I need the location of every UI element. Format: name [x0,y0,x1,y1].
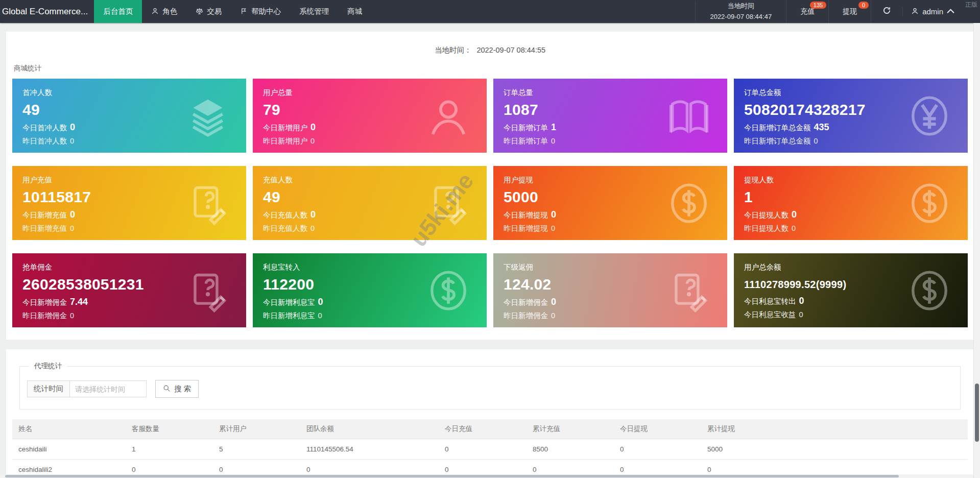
table-header-cell: 今日提现 [614,419,701,439]
stat-card-yesterday-line: 昨日新增订单0 [504,136,717,146]
menu-item-label: 商城 [347,7,362,16]
menu-item-help-center[interactable]: 帮助中心 [231,0,290,23]
layers-icon [186,94,230,138]
user-icon [426,94,470,138]
corner-watermark: 正版 [965,1,977,9]
table-cell: 8500 [527,439,614,460]
table-header-cell: 累计提现 [701,419,968,439]
stat-card-yesterday-line: 昨日新增佣金0 [22,311,236,321]
stat-card-yesterday-line: 昨日充值人数0 [263,224,476,233]
stat-card: 充值人数49今日充值人数0昨日充值人数0 [253,166,487,240]
table-row: ceshidaili151110145506.540850005000 [12,439,968,460]
menu-item-dashboard[interactable]: 后台首页 [94,0,142,23]
stat-card: 用户总量79今日新增用户0昨日新增用户0 [253,79,487,153]
stat-card-yesterday-line: 昨日新增充值0 [22,224,236,233]
table-header-cell: 累计用户 [213,419,300,439]
search-icon [163,385,171,394]
doc-icon [186,269,230,313]
stat-card: 订单总金额50820174328217今日新增订单总金额435昨日新增订单总金额… [734,79,968,153]
local-time-value: 2022-09-07 08:44:47 [710,12,772,22]
agent-table: 姓名客服数量累计用户团队余额今日充值累计充值今日提现累计提现 ceshidail… [12,419,968,478]
stat-card-yesterday-line: 昨日新增提现0 [504,224,717,233]
doc-icon [186,181,230,225]
panel-local-time: 当地时间：2022-09-07 08:44:55 [6,32,974,55]
stat-card-yesterday-line: 昨日新增佣金0 [504,311,717,321]
panel-local-time-label: 当地时间： [435,46,472,54]
dollar-icon [907,181,951,225]
user-icon [151,7,159,16]
doc-icon [426,181,470,225]
menu-item-mall[interactable]: 商城 [338,0,371,23]
agent-stats-legend: 代理统计 [29,362,67,371]
menu-item-trade[interactable]: 交易 [186,0,231,23]
vertical-scrollbar[interactable] [973,23,980,478]
table-header-cell: 累计充值 [527,419,614,439]
user-icon [911,7,919,16]
table-cell: 0 [439,439,527,460]
stat-card: 用户充值10115817今日新增充值0昨日新增充值0 [12,166,246,240]
scales-icon [196,7,203,16]
stat-card: 利息宝转入112200今日新增利息宝0昨日新增利息宝0 [253,253,487,327]
search-button-label: 搜 索 [174,384,191,394]
panel-local-time-value: 2022-09-07 08:44:55 [476,46,545,54]
search-button[interactable]: 搜 索 [155,380,199,398]
book-icon [667,94,711,138]
stat-time-label: 统计时间 [27,380,70,397]
filter-row: 统计时间 搜 索 [27,380,953,398]
menu-item-label: 帮助中心 [251,7,281,16]
agent-table-header-row: 姓名客服数量累计用户团队余额今日充值累计充值今日提现累计提现 [12,419,968,439]
flag-icon [240,7,248,16]
stat-card: 订单总量1087今日新增订单1昨日新增订单0 [493,79,727,153]
withdraw-button[interactable]: 提现 0 [828,0,871,23]
agent-table-body: ceshidaili151110145506.540850005000ceshi… [12,439,968,478]
section-title: 商城统计 [6,64,974,73]
dollar-icon [667,181,711,225]
table-header-cell: 团队余额 [300,419,439,439]
stat-card-yesterday-line: 昨日新增订单总金额0 [744,136,958,146]
chevron-up-icon [947,7,954,16]
stat-time-input[interactable] [70,380,147,397]
stat-card-yesterday-line: 昨日提现人数0 [744,224,958,233]
stat-card: 提现人数1今日提现人数0昨日提现人数0 [734,166,968,240]
withdraw-label: 提现 [843,7,857,16]
table-header-cell: 今日充值 [439,419,527,439]
stat-card: 首冲人数49今日首冲人数0昨日首冲人数0 [12,79,246,153]
table-cell: 1110145506.54 [300,439,439,460]
menu-item-label: 交易 [207,7,222,16]
agent-stats-panel: 代理统计 统计时间 搜 索 姓名客服数量累计用户团队余额今日充值累计充值今日提现… [6,349,974,478]
table-cell: 5000 [701,439,968,460]
table-header-cell: 客服数量 [126,419,213,439]
topbar-local-time: 当地时间 2022-09-07 08:44:47 [695,1,786,21]
stats-cards: 首冲人数49今日首冲人数0昨日首冲人数0用户总量79今日新增用户0昨日新增用户0… [6,79,974,327]
app-title: Global E-Commerce... [0,0,94,23]
stat-card-yesterday-line: 昨日新增用户0 [263,136,476,146]
dollar-icon [907,269,951,313]
username: admin [922,7,943,16]
refresh-button[interactable] [871,0,902,23]
table-cell: 1 [126,439,213,460]
topbar-right: 当地时间 2022-09-07 08:44:47 充值 135 提现 0 adm… [695,0,980,23]
stat-card: 用户提现5000今日新增提现0昨日新增提现0 [493,166,727,240]
mall-stats-panel: 当地时间：2022-09-07 08:44:55 商城统计 首冲人数49今日首冲… [6,32,974,340]
doc-icon [667,269,711,313]
stat-card-yesterday-line: 昨日首冲人数0 [22,136,236,146]
menu-item-label: 角色 [162,7,177,16]
local-time-label: 当地时间 [710,1,772,11]
stat-card: 抢单佣金26028538051231今日新增佣金7.44昨日新增佣金0 [12,253,246,327]
table-cell: ceshidaili [12,439,126,460]
withdraw-badge: 0 [858,2,869,9]
topbar: Global E-Commerce... 后台首页 角色 交易 帮助中心 系统管… [0,0,980,23]
main-menu: 后台首页 角色 交易 帮助中心 系统管理 商城 [94,0,371,23]
stat-card: 用户总余额1110278999.52(9999)今日利息宝转出0今日利息宝收益0 [734,253,968,327]
menu-item-system[interactable]: 系统管理 [290,0,338,23]
recharge-button[interactable]: 充值 135 [786,0,828,23]
stat-card-yesterday-line: 昨日新增利息宝0 [263,311,476,321]
menu-item-roles[interactable]: 角色 [142,0,186,23]
horizontal-scrollbar-thumb[interactable] [5,475,899,477]
yen-icon [907,94,951,138]
agent-stats-fieldset: 代理统计 统计时间 搜 索 [19,362,961,410]
horizontal-scrollbar[interactable] [0,474,973,478]
vertical-scrollbar-thumb[interactable] [975,384,979,442]
recharge-badge: 135 [810,2,826,9]
table-header-cell: 姓名 [12,419,126,439]
